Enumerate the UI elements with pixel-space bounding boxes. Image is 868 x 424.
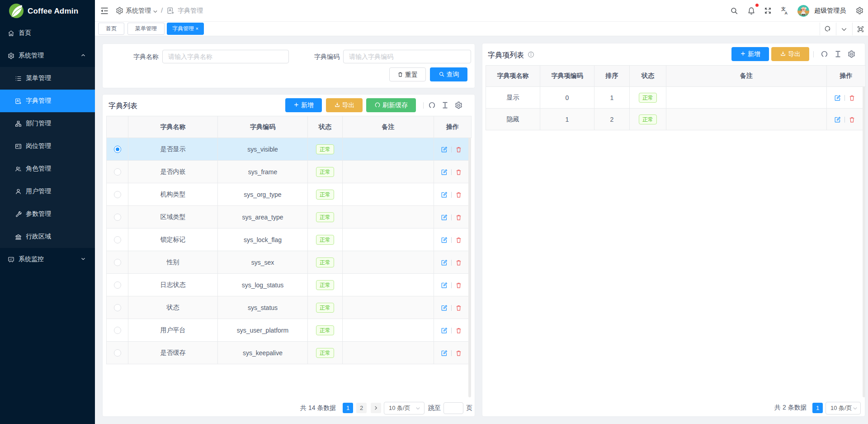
- svg-text:A: A: [785, 11, 788, 15]
